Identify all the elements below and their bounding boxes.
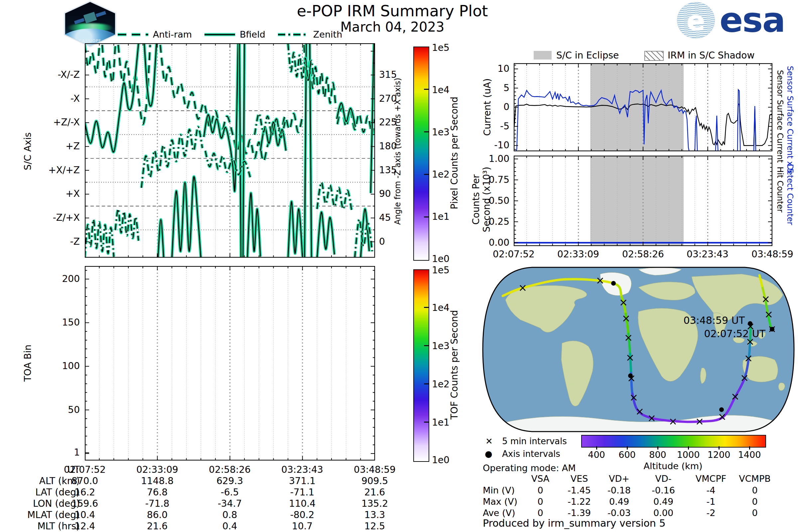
legend-item-bfield: Bfield — [205, 29, 265, 40]
alt-tickmark — [627, 446, 628, 450]
colorbar-tickmark — [424, 307, 429, 308]
axis-marker-icon: ● — [485, 449, 492, 459]
alt-tickmark — [657, 446, 658, 450]
eph-cell: 21.6 — [339, 487, 411, 498]
vt-col: VCMPB — [730, 474, 780, 484]
toa-ytick: 50 — [20, 404, 80, 415]
colorbar-tickmark — [424, 345, 429, 346]
counts-right-label-blue: Detect Counter — [785, 164, 795, 225]
vt-cell: 0 — [730, 496, 780, 507]
vt-cell: -0.18 — [594, 485, 644, 495]
eph-cell: 16.2 — [49, 487, 121, 498]
ground-track-map: 03:48:59 UT02:07:52 UT — [482, 267, 795, 432]
vt-cell: -2 — [686, 508, 736, 518]
eph-cell: 02:07:52 — [49, 464, 121, 475]
legend-label: Bfield — [240, 29, 265, 40]
epop-irm-summary-page: CASSIOPE e-POP IRM Summary Plot March 04… — [0, 0, 798, 532]
alt-tick: 1000 — [675, 450, 702, 460]
alt-tick: 1400 — [736, 450, 763, 460]
solid-line-icon — [205, 32, 235, 37]
svg-text:02:07:52 UT: 02:07:52 UT — [704, 328, 765, 340]
shadow-legend-swatch — [644, 51, 664, 61]
eph-cell: 13.3 — [339, 509, 411, 520]
sc-ytick: +Z/-X — [20, 117, 80, 128]
five-min-legend-label: 5 min intervals — [502, 436, 567, 446]
hit-counter-plot — [514, 156, 773, 246]
alt-tick: 400 — [583, 450, 610, 460]
eph-cell: 1148.8 — [121, 475, 193, 487]
toa-ytick: 200 — [20, 273, 80, 284]
sc-ytick: -Z/+X — [20, 212, 80, 223]
pixel-cb-tick: 1e0 — [432, 253, 450, 264]
eph-cell: 159.6 — [49, 498, 121, 509]
table-row: 10.486.00.8-80.213.3 — [49, 509, 414, 520]
counts-ytick: 0.00 — [472, 237, 509, 248]
axis-legend-label: Axis intervals — [502, 449, 560, 459]
colorbar-tickmark — [424, 422, 429, 423]
vt-col: VD- — [639, 474, 688, 484]
sc-axis-plot — [85, 43, 375, 258]
colorbar-tickmark — [424, 131, 429, 132]
colorbar-tickmark — [424, 216, 429, 217]
time-tick: 02:58:26 — [610, 249, 676, 260]
table-row: 159.6-71.8-34.7110.4135.2 — [49, 498, 414, 509]
eph-cell: 03:48:59 — [339, 464, 411, 475]
pixel-cb-tick: 1e4 — [432, 84, 450, 95]
eph-cell: 03:23:43 — [266, 464, 339, 475]
pixel-cb-tick: 1e5 — [432, 42, 450, 53]
alt-tickmark — [688, 446, 689, 450]
vt-cell: -1 — [686, 496, 736, 507]
tof-cb-tick: 1e0 — [432, 455, 450, 466]
tof-cb-tick: 1e1 — [432, 417, 450, 428]
current-plot — [514, 63, 773, 151]
toa-ytick: 1 — [20, 447, 80, 458]
eph-cell: 02:33:09 — [121, 464, 193, 475]
legend-label: Anti-ram — [153, 29, 192, 40]
time-tick: 02:33:09 — [545, 249, 611, 260]
tof-cb-tick: 1e4 — [432, 302, 450, 313]
time-tick: 03:23:43 — [674, 249, 741, 260]
esa-logo: e esa — [677, 2, 785, 39]
table-row: 02:07:5202:33:0902:58:2603:23:4303:48:59 — [49, 464, 414, 475]
alt-tickmark — [719, 446, 720, 450]
time-tick: 03:48:59 — [739, 249, 798, 260]
eph-cell: 110.4 — [266, 498, 339, 509]
toa-ytick: 100 — [20, 360, 80, 372]
eclipse-legend-label: S/C in Eclipse — [556, 50, 619, 61]
sc-ytick: +Z — [20, 141, 80, 152]
esa-globe-icon: e — [677, 2, 715, 39]
altitude-cb-label: Altitude (km) — [626, 461, 720, 471]
toa-ytick: 150 — [20, 317, 80, 328]
eph-cell: 02:58:26 — [193, 464, 266, 475]
eph-cell: 12.5 — [339, 521, 411, 532]
pixel-cb-label: Pixel Counts per Second — [449, 97, 460, 209]
current-right-label-black: Sensor Surface Current — [775, 70, 785, 163]
sc-ytick: -X/-Z — [20, 69, 80, 80]
pixel-cb-tick: 1e1 — [432, 211, 450, 222]
legend-item-antiram: Anti-ram — [118, 29, 192, 40]
vt-cell: -0.03 — [594, 508, 644, 518]
vt-cell: -0.16 — [639, 485, 688, 495]
counts-ytick: 0.75 — [472, 174, 509, 185]
eph-cell: 10.7 — [266, 521, 339, 532]
alt-tickmark — [749, 446, 750, 450]
eph-cell: 76.8 — [121, 487, 193, 498]
current-ytick: -5 — [472, 121, 509, 132]
eph-cell: -6.5 — [193, 487, 266, 498]
dashed-line-icon — [118, 32, 148, 37]
vt-cell: 0 — [730, 485, 780, 495]
eph-cell: 10.4 — [49, 509, 121, 520]
eph-cell: 0.4 — [193, 521, 266, 532]
legend-label: Zenith — [313, 29, 342, 40]
pixel-colorbar — [413, 46, 429, 261]
tof-colorbar — [413, 269, 429, 462]
vt-col: VMCPF — [686, 474, 736, 484]
legend-item-zenith: Zenith — [278, 29, 342, 40]
eph-cell: -34.7 — [193, 498, 266, 509]
page-title: e-POP IRM Summary Plot — [126, 2, 658, 20]
pixel-cb-tick: 1e2 — [432, 169, 450, 180]
tof-cb-tick: 1e3 — [432, 341, 450, 352]
current-ytick: 5 — [472, 82, 509, 93]
vt-cell: -4 — [686, 485, 736, 495]
current-ytick: -10 — [472, 140, 509, 151]
